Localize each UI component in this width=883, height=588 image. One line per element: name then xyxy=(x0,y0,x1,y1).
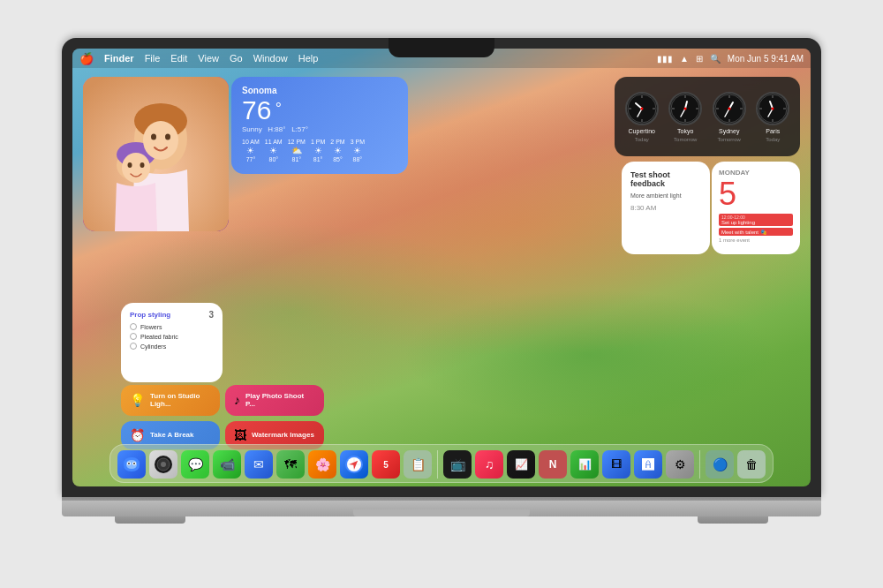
cal-event-1: 12:00-12:00 Set up lighting xyxy=(719,214,793,226)
clock-face-cupertino xyxy=(625,92,659,125)
clock-label-sydney: Tomorrow xyxy=(718,137,741,142)
weather-location: Sonoma xyxy=(242,86,397,95)
menu-help[interactable]: Help xyxy=(298,53,319,64)
menu-edit[interactable]: Edit xyxy=(170,53,187,64)
apple-menu[interactable]: 🍎 xyxy=(79,52,94,65)
cal-date: 5 xyxy=(719,178,793,210)
reminder-circle-3 xyxy=(130,343,137,350)
reminder-item-2: Pleated fabric xyxy=(130,333,214,340)
shortcut-label-watermark: Watermark Images xyxy=(252,431,314,440)
cal-events: 12:00-12:00 Set up lighting Meet with ta… xyxy=(719,214,793,243)
widget-calendar: MONDAY 5 12:00-12:00 Set up lighting Mee… xyxy=(712,162,800,254)
shortcut-label-light: Turn on Studio Ligh... xyxy=(150,392,211,409)
svg-point-34 xyxy=(728,107,730,109)
clock-face-tokyo xyxy=(668,92,702,125)
svg-point-50 xyxy=(161,462,166,467)
reminder-item-1: Flowers xyxy=(130,323,214,330)
dock-mail[interactable]: ✉ xyxy=(245,450,273,479)
dock-trash[interactable]: 🗑 xyxy=(737,450,766,479)
reminders-title: Prop styling xyxy=(130,311,170,319)
shortcut-icon-watermark: 🖼 xyxy=(234,428,246,442)
shortcut-photoshoot[interactable]: ♪ Play Photo Shoot P... xyxy=(225,385,324,416)
reminders-header: Prop styling 3 xyxy=(130,310,214,320)
dock-numbers[interactable]: 📊 xyxy=(570,450,599,479)
search-icon[interactable]: 🔍 xyxy=(710,54,721,64)
dock-finder[interactable] xyxy=(117,450,146,479)
widget-weather: Sonoma 76 ° Sunny H:88° L:57° 10 AM ☀ xyxy=(231,77,408,174)
widget-shortcuts: 💡 Turn on Studio Ligh... ♪ Play Photo Sh… xyxy=(121,385,324,449)
reminder-text-3: Cylinders xyxy=(140,343,166,350)
reminders-count: 3 xyxy=(208,310,214,320)
svg-point-46 xyxy=(128,463,130,464)
battery-icon: ▮▮▮ xyxy=(657,54,673,64)
weather-unit: ° xyxy=(275,100,282,117)
desktop: 🍎 Finder File Edit View Go Window Help ▮… xyxy=(72,49,811,486)
clock-face-sydney xyxy=(713,92,746,125)
weather-details: Sunny H:88° L:57° xyxy=(242,125,397,133)
photo-content xyxy=(83,77,229,231)
wifi-icon: ▲ xyxy=(680,54,689,64)
shortcut-studio-light[interactable]: 💡 Turn on Studio Ligh... xyxy=(121,385,220,416)
dock-n-app[interactable]: N xyxy=(539,450,567,479)
reminder-circle-2 xyxy=(130,333,137,340)
weather-hour-4: 1 PM ☀ 81° xyxy=(311,139,325,162)
dock-launchpad[interactable] xyxy=(149,450,177,479)
note-text: More ambient light xyxy=(630,192,701,200)
dock-finder-2[interactable]: 🔵 xyxy=(706,450,734,479)
dock-photos[interactable]: 🌸 xyxy=(308,450,336,479)
note-title: Test shoot feedback xyxy=(630,170,701,188)
shortcut-label-music: Play Photo Shoot P... xyxy=(245,392,315,409)
dock-separator xyxy=(437,450,438,479)
svg-point-42 xyxy=(772,107,774,109)
widget-note: Test shoot feedback More ambient light 8… xyxy=(622,162,710,254)
clock-face-paris xyxy=(756,92,789,125)
macbook-hinge xyxy=(62,497,821,501)
dock-facetime[interactable]: 📹 xyxy=(213,450,241,479)
weather-hour-5: 2 PM ☀ 85° xyxy=(330,139,344,162)
menu-view[interactable]: View xyxy=(198,53,219,64)
reminder-text-1: Flowers xyxy=(140,324,162,330)
shortcut-label-break: Take A Break xyxy=(150,431,194,440)
dock-music[interactable]: ♫ xyxy=(475,450,503,479)
menu-window[interactable]: Window xyxy=(253,53,288,64)
dock-stocks[interactable]: 📈 xyxy=(507,450,535,479)
macbook-foot-right xyxy=(698,516,768,524)
clock-label-paris: Today xyxy=(766,137,780,142)
shortcut-icon-music: ♪ xyxy=(234,393,240,407)
svg-point-8 xyxy=(122,153,150,183)
svg-point-6 xyxy=(151,134,156,140)
svg-point-10 xyxy=(140,162,145,168)
weather-hour-3: 12 PM ⛅ 81° xyxy=(288,139,306,162)
dock-appstore[interactable]: 🅰 xyxy=(634,450,662,479)
dock-messages[interactable]: 💬 xyxy=(181,450,209,479)
dock-system-settings[interactable]: ⚙ xyxy=(666,450,694,479)
menu-bar-right: ▮▮▮ ▲ ⊞ 🔍 Mon Jun 5 9:41 AM xyxy=(657,54,804,64)
dock-calendar[interactable]: 5 xyxy=(372,450,400,479)
datetime: Mon Jun 5 9:41 AM xyxy=(728,54,804,64)
screen-lid: 🍎 Finder File Edit View Go Window Help ▮… xyxy=(62,38,821,497)
dock-safari[interactable] xyxy=(340,450,368,479)
clock-city-paris: Paris xyxy=(766,128,780,134)
clock-tokyo: Tokyo Tomorrow xyxy=(668,92,702,142)
macbook-trackpad-notch xyxy=(353,509,530,516)
app-name[interactable]: Finder xyxy=(104,53,134,64)
shortcut-icon-break: ⏰ xyxy=(130,428,145,442)
dock-appletv[interactable]: 📺 xyxy=(443,450,472,479)
notch xyxy=(389,38,494,57)
dock: 💬 📹 ✉ 🗺 🌸 xyxy=(109,444,774,483)
menu-file[interactable]: File xyxy=(145,53,161,64)
clock-city-sydney: Sydney xyxy=(719,128,739,134)
note-time: 8:30 AM xyxy=(630,204,701,212)
clock-label-cupertino: Today xyxy=(635,137,649,142)
reminder-circle-1 xyxy=(130,323,137,330)
screen-bezel: 🍎 Finder File Edit View Go Window Help ▮… xyxy=(72,49,811,486)
menu-go[interactable]: Go xyxy=(230,53,243,64)
dock-reminders[interactable]: 📋 xyxy=(404,450,432,479)
dock-maps[interactable]: 🗺 xyxy=(276,450,305,479)
weather-forecast: 10 AM ☀ 77° 11 AM ☀ 80° 12 PM ⛅ 81° xyxy=(242,139,397,162)
bluetooth-icon: ⊞ xyxy=(696,54,703,64)
shortcut-icon-light: 💡 xyxy=(130,393,145,407)
macbook: 🍎 Finder File Edit View Go Window Help ▮… xyxy=(62,38,821,550)
dock-keynote[interactable]: 🎞 xyxy=(602,450,630,479)
clock-cupertino: Cupertino Today xyxy=(625,92,659,142)
